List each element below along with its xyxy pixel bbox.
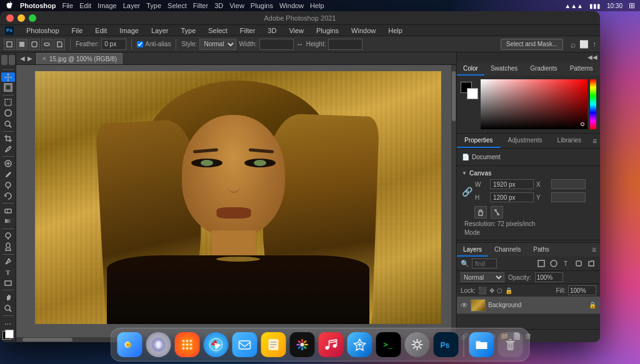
minimize-button[interactable] — [18, 14, 25, 22]
fill-input[interactable] — [568, 285, 596, 295]
panel-collapse-btn[interactable]: ◀◀ — [588, 54, 598, 61]
width-input[interactable] — [259, 39, 294, 50]
blend-mode-select[interactable]: Normal — [461, 272, 504, 282]
dock-notes[interactable] — [261, 332, 286, 357]
tab-patterns[interactable]: Patterns — [564, 62, 599, 76]
menu-3d[interactable]: 3D — [265, 27, 279, 34]
tool-blur[interactable] — [1, 232, 15, 241]
macos-clock[interactable]: 10:30 — [607, 2, 622, 9]
color-gradient-picker[interactable] — [481, 79, 588, 129]
tool-gradient[interactable] — [1, 217, 15, 226]
share-icon[interactable]: ↑ — [592, 40, 596, 49]
macos-control-center[interactable]: ⊞ — [629, 1, 635, 10]
tab-swatches[interactable]: Swatches — [484, 62, 524, 76]
macos-type[interactable]: Type — [146, 2, 161, 9]
canvas-height-input[interactable] — [490, 192, 534, 202]
menu-image[interactable]: Image — [117, 27, 141, 34]
lock-all-icon[interactable]: 🔒 — [505, 287, 512, 294]
panel-arrow-right[interactable]: ▶ — [28, 55, 32, 62]
macos-file[interactable]: File — [62, 2, 73, 9]
tool-brush[interactable] — [1, 170, 15, 179]
tool-clone-stamp[interactable] — [1, 180, 15, 190]
dock-terminal[interactable]: >_ — [376, 332, 401, 357]
macos-image[interactable]: Image — [98, 2, 117, 9]
menu-window[interactable]: Window — [349, 27, 378, 34]
toolbar-shape-doc[interactable] — [54, 39, 65, 50]
tab-layers[interactable]: Layers — [457, 243, 488, 257]
macos-help[interactable]: Help — [310, 2, 324, 9]
panel-arrow-left[interactable]: ◀ — [20, 55, 25, 62]
dock-photoshop[interactable]: Ps — [434, 332, 459, 357]
macos-window[interactable]: Window — [279, 2, 304, 9]
maximize-button[interactable] — [29, 14, 36, 22]
tool-move[interactable] — [1, 72, 15, 82]
dock-photos[interactable] — [290, 332, 315, 357]
layer-type-smart[interactable] — [574, 258, 584, 268]
canvas-scrollbar-vertical[interactable] — [451, 65, 456, 337]
tab-paths[interactable]: Paths — [527, 243, 556, 257]
tool-eyedropper[interactable] — [1, 144, 15, 154]
bg-swatch[interactable] — [467, 88, 478, 99]
menu-filter[interactable]: Filter — [238, 27, 258, 34]
dock-music[interactable] — [319, 332, 344, 357]
tab-color[interactable]: Color — [457, 62, 484, 76]
tab-adjustments[interactable]: Adjustments — [501, 134, 550, 148]
tool-crop[interactable] — [1, 134, 15, 143]
tool-zoom[interactable] — [1, 303, 15, 313]
canvas-y-input[interactable] — [551, 192, 586, 202]
dock-siri[interactable] — [146, 332, 171, 357]
layer-visibility-icon[interactable]: 👁 — [461, 301, 468, 310]
color-panel-menu[interactable]: ≡ — [599, 62, 600, 76]
dock-folder[interactable] — [469, 332, 494, 357]
tool-healing[interactable] — [1, 159, 15, 169]
tab-libraries[interactable]: Libraries — [550, 134, 589, 148]
dock-finder[interactable]: 😊 — [118, 332, 142, 357]
height-input[interactable] — [328, 39, 362, 50]
feather-input[interactable] — [101, 39, 126, 50]
canvas-scroll-thumb-v[interactable] — [452, 71, 456, 121]
menu-edit[interactable]: Edit — [92, 27, 109, 34]
canvas-tab-active[interactable]: ✕ 15.jpg @ 100% (RGB/8) — [36, 53, 122, 64]
anti-alias-checkbox[interactable] — [137, 41, 143, 47]
toolbar-shape-pill[interactable] — [41, 39, 52, 50]
layer-type-pixel[interactable] — [536, 258, 546, 268]
select-mask-button[interactable]: Select and Mask... — [501, 39, 563, 50]
apple-logo[interactable] — [5, 1, 14, 10]
menu-plugins[interactable]: Plugins — [314, 27, 341, 34]
dock-safari[interactable] — [204, 332, 229, 357]
canvas-resize-btn[interactable] — [491, 206, 503, 219]
workspace-icon[interactable]: ⬜ — [579, 40, 589, 49]
menu-file[interactable]: File — [69, 27, 86, 34]
lock-pixel-icon[interactable]: ⬛ — [478, 287, 487, 295]
menu-layer[interactable]: Layer — [149, 27, 171, 34]
layer-type-group[interactable] — [586, 258, 596, 268]
canvas-section-header[interactable]: ▼ Canvas — [462, 170, 595, 177]
dock-appstore[interactable] — [348, 332, 372, 357]
macos-plugins[interactable]: Plugins — [251, 2, 273, 9]
tab-close-icon[interactable]: ✕ — [42, 56, 47, 62]
panel-expand-left[interactable] — [9, 55, 15, 65]
close-button[interactable] — [6, 14, 14, 22]
lock-art-icon[interactable]: ⬡ — [497, 287, 502, 294]
panel-collapse-left[interactable] — [1, 55, 8, 65]
dock-trash[interactable] — [498, 332, 523, 357]
properties-menu[interactable]: ≡ — [589, 134, 600, 148]
tool-artboard[interactable] — [1, 83, 15, 92]
macos-layer[interactable]: Layer — [123, 2, 141, 9]
macos-3d[interactable]: 3D — [214, 2, 223, 9]
tab-gradients[interactable]: Gradients — [524, 62, 563, 76]
dock-launchpad[interactable] — [175, 332, 200, 357]
anti-alias-label[interactable]: Anti-alias — [137, 41, 171, 47]
canvas-width-input[interactable] — [490, 179, 534, 189]
tool-rect-marquee[interactable] — [1, 97, 15, 107]
opacity-input[interactable] — [535, 272, 563, 282]
layer-type-text[interactable]: T — [561, 258, 571, 268]
chain-icon[interactable]: 🔗 — [462, 187, 472, 196]
fg-bg-colors[interactable] — [1, 330, 15, 340]
tool-shape[interactable] — [1, 278, 15, 287]
macos-filter[interactable]: Filter — [193, 2, 208, 9]
tool-history-brush[interactable] — [1, 191, 15, 200]
tool-pen[interactable] — [1, 257, 15, 266]
macos-edit[interactable]: Edit — [79, 2, 91, 9]
layer-type-adjustment[interactable] — [549, 258, 559, 268]
